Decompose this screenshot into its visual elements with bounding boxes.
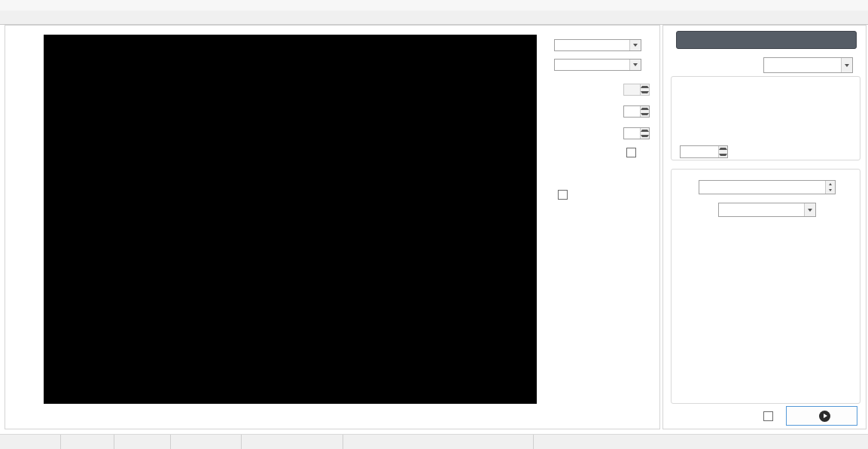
status-led-icon — [348, 438, 355, 445]
chevron-down-icon[interactable] — [629, 60, 641, 70]
window-param-spinner — [623, 84, 650, 96]
visualization-select[interactable] — [554, 39, 641, 51]
play-icon — [819, 411, 830, 422]
chevron-down-icon[interactable] — [841, 58, 852, 72]
status-design — [242, 435, 343, 449]
nyquist-zone-value — [719, 203, 804, 216]
adc-control-panel — [662, 25, 866, 429]
loop-checkbox[interactable] — [763, 411, 773, 421]
menu-bar — [0, 0, 868, 11]
status-empty-2 — [61, 435, 114, 449]
harmonics-bins-row — [550, 127, 650, 139]
signal-type-row — [663, 57, 866, 73]
plot-options-column — [550, 36, 659, 210]
samples-spinner[interactable] — [680, 145, 728, 158]
windowing-value — [555, 60, 629, 70]
fft-plot[interactable] — [44, 35, 537, 404]
loop-row — [761, 411, 777, 421]
sampling-group — [671, 76, 860, 160]
window-param-row — [550, 84, 650, 96]
signal-type-value — [764, 58, 841, 72]
app-window — [0, 0, 868, 449]
signal-type-select[interactable] — [763, 57, 853, 73]
visualization-value — [555, 40, 629, 50]
status-bar — [0, 434, 868, 449]
samples-row — [676, 145, 728, 158]
search-for-fund-row — [550, 147, 640, 157]
status-communication — [343, 435, 534, 449]
performances-selector-value — [699, 181, 825, 194]
chevron-down-icon[interactable] — [629, 40, 641, 50]
panel-title — [676, 31, 857, 49]
status-empty-3 — [534, 435, 868, 449]
windowing-select[interactable] — [554, 59, 641, 71]
status-empty-1 — [0, 435, 61, 449]
status-device — [114, 435, 171, 449]
spectrum-panel — [5, 25, 660, 429]
performances-group — [671, 169, 860, 404]
tab-bar — [0, 11, 868, 25]
status-protocol — [171, 435, 242, 449]
chevron-down-icon[interactable] — [804, 203, 815, 216]
phase-noise-bins-row — [550, 105, 650, 118]
harmonics-bins-spinner[interactable] — [623, 127, 650, 139]
search-for-fund-checkbox[interactable] — [626, 148, 636, 157]
nyquist-zone-select[interactable] — [718, 203, 816, 217]
acquire-button[interactable] — [786, 406, 857, 426]
performances-selector[interactable] — [699, 180, 836, 194]
hide-checkbox[interactable] — [558, 190, 568, 200]
hide-row — [556, 189, 659, 200]
phase-noise-bins-spinner[interactable] — [623, 105, 650, 118]
